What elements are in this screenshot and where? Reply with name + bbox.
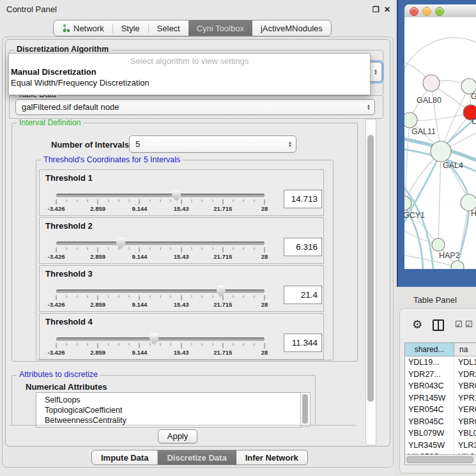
tab-label: jActiveMNodules	[261, 24, 323, 33]
numerical-attributes-label: Numerical Attributes	[26, 382, 107, 392]
threshold-slider[interactable]	[56, 194, 265, 197]
scrollbar-thumb[interactable]	[367, 135, 374, 402]
list-item[interactable]: SelfLoops	[36, 395, 301, 405]
table-row[interactable]: YDR27...YDR2	[405, 369, 476, 381]
threshold-label: Threshold 2	[45, 221, 93, 231]
threshold-panel-4: Threshold 4 -3.4262.8599.14415.4321.7152…	[39, 313, 324, 360]
interval-definition-title: Interval Definition	[17, 119, 84, 127]
column-header-name[interactable]: na	[454, 343, 476, 357]
tab-label: Infer Network	[245, 453, 298, 463]
num-intervals-label: Number of Intervals	[51, 140, 129, 150]
tab-label: Cyni Toolbox	[197, 24, 244, 33]
zoom-traffic-light[interactable]	[435, 7, 444, 16]
table-row[interactable]: YPR145WYPR1	[405, 392, 476, 404]
network-node-label: GCY1	[404, 211, 425, 220]
threshold-slider[interactable]	[56, 337, 265, 341]
close-icon[interactable]: ✕	[384, 5, 390, 14]
minimize-traffic-light[interactable]	[422, 7, 431, 16]
attributes-list-scrollbar[interactable]	[300, 392, 311, 427]
table-row[interactable]: YLR345WYLR3	[405, 440, 476, 452]
table-row[interactable]: YER054CYER0	[405, 404, 476, 416]
threshold-value-field[interactable]: 11.344	[284, 334, 322, 352]
network-node-GAL11[interactable]	[404, 112, 417, 128]
top-tab-bar: Network Style Select Cyni Toolbox jActiv…	[53, 20, 332, 36]
column-header-shared-name[interactable]: shared...	[405, 343, 454, 357]
tab-style[interactable]: Style	[113, 20, 148, 36]
tab-discretize-data[interactable]: Discretize Data	[158, 450, 236, 464]
scrollbar-thumb[interactable]	[302, 394, 308, 424]
network-node-label: GAL11	[411, 127, 436, 136]
combo-arrows-icon: ▲▼	[284, 141, 296, 148]
num-intervals-combobox[interactable]: 5 ▲▼	[129, 135, 296, 153]
slider-ticks	[56, 295, 265, 301]
network-canvas[interactable]: GAL80GACGAL11GAL4GCY1HHAP2	[404, 17, 476, 269]
gear-icon[interactable]: ⚙	[412, 318, 422, 332]
threshold-value-field[interactable]: 14.713	[284, 190, 322, 208]
network-node-label: HAP2	[439, 251, 460, 260]
numerical-attributes-list: SelfLoopsTopologicalCoefficientBetweenne…	[36, 392, 302, 427]
checkbox-icon[interactable]: ☑	[455, 319, 463, 329]
table-row[interactable]: YBR043CYBR0	[405, 380, 476, 392]
table-row[interactable]: YBL079WYBL0	[405, 427, 476, 440]
checkbox-icon[interactable]: ☑	[465, 319, 473, 329]
tab-impute-data[interactable]: Impute Data	[92, 450, 158, 464]
tab-network[interactable]: Network	[54, 20, 112, 36]
table-row[interactable]: YBR045CYBR0	[405, 416, 476, 428]
table-horizontal-scrollbar[interactable]	[405, 454, 476, 464]
close-traffic-light[interactable]	[410, 7, 418, 16]
network-node-HAP2[interactable]	[432, 238, 445, 251]
slider-tick-labels: -3.4262.8599.14415.4321.71528	[56, 253, 265, 260]
apply-button[interactable]: Apply	[158, 429, 197, 443]
threshold-panel-1: Threshold 1 -3.4262.8599.14415.4321.7152…	[39, 169, 324, 216]
settings-scrollbar[interactable]	[365, 119, 376, 445]
network-node-GAL80[interactable]	[423, 75, 440, 91]
threshold-panel-3: Threshold 3 -3.4262.8599.14415.4321.7152…	[39, 265, 324, 312]
threshold-label: Threshold 1	[45, 173, 93, 183]
table-data-combobox-value: galFiltered.sif default node	[16, 102, 363, 112]
tab-label: Discretize Data	[167, 453, 226, 463]
slider-tick-labels: -3.4262.8599.14415.4321.71528	[56, 349, 265, 356]
slider-tick-labels: -3.4262.8599.14415.4321.71528	[56, 301, 265, 308]
combo-arrows-icon: ▲▼	[363, 104, 374, 111]
threshold-value-field[interactable]: 21.4	[284, 286, 322, 304]
scrollbar-thumb[interactable]	[406, 456, 473, 463]
network-graph: GAL80GACGAL11GAL4GCY1HHAP2	[404, 17, 476, 269]
network-node-label: H	[471, 209, 476, 218]
threshold-panel-2: Threshold 2 -3.4262.8599.14415.4321.7152…	[39, 217, 324, 264]
table-rows: YDL19...YDL1YDR27...YDR2YBR043CYBR0YPR14…	[405, 357, 476, 463]
network-window-titlebar[interactable]	[404, 4, 476, 18]
slider-ticks	[56, 343, 265, 349]
tab-jactivemnodules[interactable]: jActiveMNodules	[252, 20, 331, 36]
column-layout-icon[interactable]	[433, 319, 444, 331]
network-node-label: GA	[471, 92, 476, 101]
threshold-label: Threshold 4	[45, 317, 93, 326]
tab-select[interactable]: Select	[149, 20, 188, 36]
tab-cyni-toolbox[interactable]: Cyni Toolbox	[188, 20, 252, 36]
tab-label: Network	[73, 24, 104, 33]
network-node-label: GAL4	[443, 161, 463, 170]
threshold-label: Threshold 3	[45, 269, 93, 279]
network-node-label: GAL80	[417, 96, 441, 105]
popup-option-equal-width[interactable]: Equal Width/Frequency Discretization	[9, 77, 370, 88]
list-item[interactable]: TopologicalCoefficient	[36, 405, 301, 415]
tab-label: Style	[121, 24, 140, 33]
threshold-slider[interactable]	[56, 242, 265, 245]
network-node-GAL4[interactable]	[431, 141, 451, 162]
control-panel: Control Panel ❐ ✕ Network Style Select C…	[0, 0, 395, 476]
popup-option-manual[interactable]: Manual Discretization	[9, 66, 370, 77]
threshold-value-field[interactable]: 6.316	[284, 238, 322, 256]
threshold-slider[interactable]	[56, 289, 265, 293]
slider-ticks	[56, 199, 265, 205]
network-node-GCY1[interactable]	[404, 196, 411, 210]
table-data-combobox[interactable]: galFiltered.sif default node ▲▼	[15, 99, 375, 115]
thresholds-group-title: Threshold's Coordinates for 5 Intervals	[41, 156, 183, 164]
float-window-icon[interactable]: ❐	[372, 5, 380, 14]
slider-tick-labels: -3.4262.8599.14415.4321.71528	[56, 205, 265, 212]
slider-ticks	[56, 247, 265, 253]
list-item[interactable]: BetweennessCentrality	[36, 415, 301, 426]
table-row[interactable]: YDL19...YDL1	[405, 357, 476, 369]
screen: Control Panel ❐ ✕ Network Style Select C…	[0, 0, 476, 476]
tab-infer-network[interactable]: Infer Network	[236, 450, 307, 464]
network-icon	[62, 24, 70, 33]
num-intervals-value: 5	[130, 139, 284, 149]
